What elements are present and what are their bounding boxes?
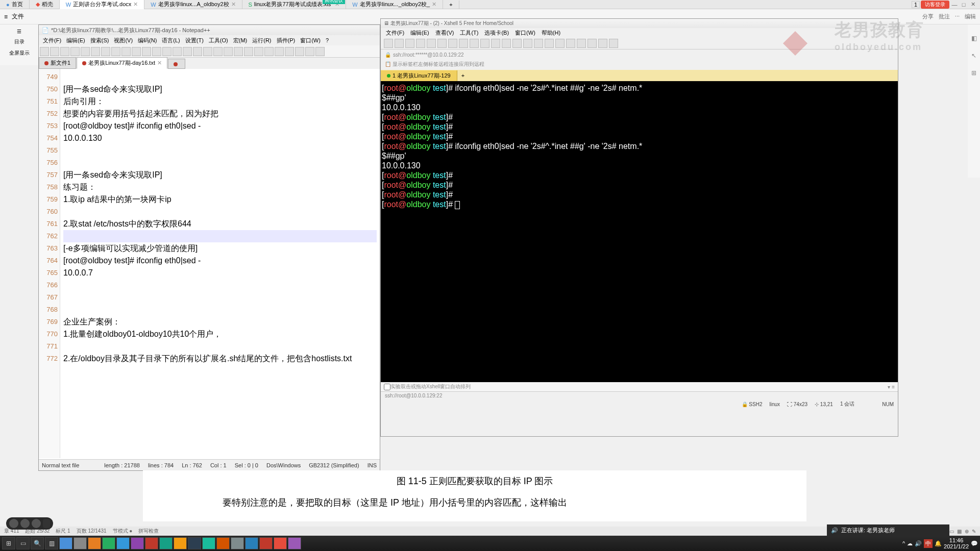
- menu-tools[interactable]: 工具(O): [207, 36, 230, 45]
- code-area[interactable]: [用一条sed命令来实现取IP]后向引用：想要的内容要用括号括起来匹配，因为好把…: [60, 69, 380, 458]
- minimize-icon[interactable]: —: [950, 2, 959, 8]
- toolbar-icon[interactable]: [523, 39, 532, 48]
- taskbar-app[interactable]: [274, 537, 287, 549]
- tray-icon[interactable]: 🔊: [915, 540, 922, 547]
- task-icon[interactable]: ▥: [45, 537, 58, 549]
- start-button[interactable]: ⊞: [2, 537, 15, 549]
- taskview-icon[interactable]: ▭: [16, 537, 30, 549]
- npp-tab[interactable]: 新文件1: [39, 57, 76, 69]
- toolbar-icon[interactable]: [491, 39, 500, 48]
- xs-menu-file[interactable]: 文件(F): [384, 29, 406, 37]
- float-icon[interactable]: [32, 519, 41, 528]
- panel-icon[interactable]: ⊞: [971, 69, 976, 77]
- more-icon[interactable]: ···: [955, 13, 960, 20]
- menu-view[interactable]: 视图(V): [112, 36, 135, 45]
- comment-button[interactable]: 批注: [939, 13, 950, 20]
- taskbar-app[interactable]: [102, 537, 115, 549]
- tab-home[interactable]: ●首页: [0, 0, 30, 9]
- toolbar-icon[interactable]: [40, 47, 49, 56]
- view-icon[interactable]: ✎: [972, 529, 976, 534]
- toolbar-icon[interactable]: [448, 39, 457, 48]
- toolbar-icon[interactable]: [598, 39, 607, 48]
- toolbar-icon[interactable]: [459, 39, 468, 48]
- taskbar-app[interactable]: [131, 537, 144, 549]
- menu-file[interactable]: 文件(F): [41, 36, 63, 45]
- toolbar-icon[interactable]: [193, 47, 202, 56]
- sidebar-item[interactable]: ☰: [0, 27, 38, 36]
- taskbar-app[interactable]: [174, 537, 187, 549]
- guest-login-button[interactable]: 访客登录: [921, 1, 949, 9]
- toolbar-icon[interactable]: [275, 47, 284, 56]
- taskbar-app[interactable]: [216, 537, 230, 549]
- search-icon[interactable]: 🔍: [31, 537, 44, 549]
- taskbar-app[interactable]: [59, 537, 72, 549]
- view-icon[interactable]: ▭: [949, 529, 954, 534]
- menu-settings[interactable]: 设置(T): [183, 36, 206, 45]
- xs-menu-view[interactable]: 查看(V): [433, 29, 456, 37]
- toolbar-icon[interactable]: [254, 47, 263, 56]
- taskbar-app[interactable]: [188, 537, 201, 549]
- menu-window[interactable]: 窗口(W): [298, 36, 323, 45]
- menu-plugins[interactable]: 插件(P): [275, 36, 298, 45]
- taskbar-app[interactable]: [259, 537, 273, 549]
- toolbar-icon[interactable]: [534, 39, 543, 48]
- toolbar-icon[interactable]: [315, 47, 325, 56]
- taskbar-app[interactable]: [74, 537, 87, 549]
- toolbar-icon[interactable]: [384, 39, 393, 48]
- tab-doc3[interactable]: W老男孩学linux..._oldboy2校_ ✕: [346, 0, 443, 9]
- menu-encoding[interactable]: 编码(N): [136, 36, 159, 45]
- toolbar-icon[interactable]: [512, 39, 522, 48]
- toolbar-icon[interactable]: [203, 47, 212, 56]
- toolbar-icon[interactable]: [305, 47, 314, 56]
- file-menu[interactable]: 文件: [12, 12, 24, 21]
- tray-icon[interactable]: 🔔: [935, 540, 942, 547]
- terminal[interactable]: [root@oldboy test]# ifconfig eth0|sed -n…: [381, 81, 898, 382]
- menu-search[interactable]: 搜索(S): [88, 36, 111, 45]
- toolbar-icon[interactable]: [50, 47, 59, 56]
- toolbar-icon[interactable]: [142, 47, 151, 56]
- xshell-session-tab[interactable]: 1 老男孩Linux77期-129: [381, 70, 457, 81]
- menu-macro[interactable]: 宏(M): [231, 36, 250, 45]
- xs-menu-tools[interactable]: 工具(T): [458, 29, 480, 37]
- sidebar-toc[interactable]: 目录: [0, 36, 38, 47]
- tray-icon[interactable]: 💬: [971, 540, 978, 547]
- toolbar-icon[interactable]: [234, 47, 243, 56]
- float-icon[interactable]: [20, 519, 30, 528]
- xshell-address-bar[interactable]: 🔒ssh://root:******@10.0.0.129:22: [381, 49, 898, 60]
- menu-run[interactable]: 运行(R): [250, 36, 273, 45]
- tray-ime[interactable]: 中: [924, 539, 933, 548]
- menu-edit[interactable]: 编辑(E): [64, 36, 87, 45]
- toolbar-icon[interactable]: [81, 47, 90, 56]
- xs-menu-tabs[interactable]: 选项卡(B): [482, 29, 511, 37]
- tab-xls[interactable]: Slinux老男孩77期考试成绩表.xls 腾讯会议✕: [242, 0, 347, 9]
- menu-language[interactable]: 语言(L): [160, 36, 182, 45]
- toolbar-icon[interactable]: [437, 39, 447, 48]
- view-icon[interactable]: ▦: [957, 529, 962, 534]
- edit-button[interactable]: 编辑: [965, 13, 976, 20]
- tab-doc2[interactable]: W老男孩学linux...A_oldboy2校 ✕: [144, 0, 242, 9]
- close-icon[interactable]: ✕: [133, 1, 138, 8]
- toolbar-icon[interactable]: [470, 39, 479, 48]
- float-icon[interactable]: [9, 519, 18, 528]
- toolbar-icon[interactable]: [480, 39, 489, 48]
- toolbar-icon[interactable]: [132, 47, 141, 56]
- panel-icon[interactable]: ◧: [971, 35, 977, 42]
- toolbar-icon[interactable]: [173, 47, 182, 56]
- menu-icon[interactable]: ≡: [4, 13, 8, 20]
- toolbar-icon[interactable]: [213, 47, 223, 56]
- toolbar-icon[interactable]: [111, 47, 120, 56]
- taskbar-app[interactable]: [231, 537, 244, 549]
- taskbar-app[interactable]: [88, 537, 101, 549]
- toolbar-icon[interactable]: [545, 39, 554, 48]
- toolbar-icon[interactable]: [70, 47, 80, 56]
- tray-icon[interactable]: ^: [902, 540, 905, 546]
- maximize-icon[interactable]: □: [960, 2, 968, 8]
- toolbar-icon[interactable]: [427, 39, 436, 48]
- toolbar-icon[interactable]: [183, 47, 192, 56]
- taskbar-app[interactable]: [116, 537, 130, 549]
- xs-menu-edit[interactable]: 编辑(E): [408, 29, 431, 37]
- toolbar-icon[interactable]: [587, 39, 597, 48]
- toolbar-icon[interactable]: [405, 39, 414, 48]
- toolbar-icon[interactable]: [577, 39, 586, 48]
- toolbar-icon[interactable]: [566, 39, 575, 48]
